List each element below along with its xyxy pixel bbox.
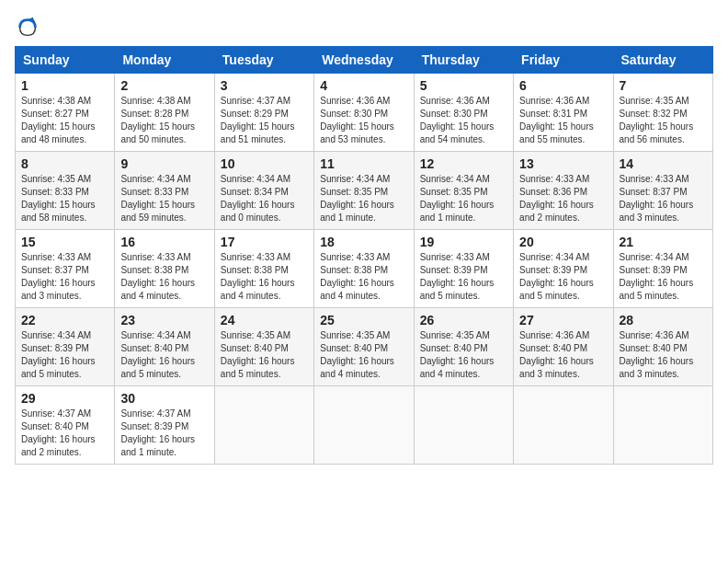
calendar-day-cell: 26Sunrise: 4:35 AM Sunset: 8:40 PM Dayli…: [414, 308, 513, 386]
day-info: Sunrise: 4:33 AM Sunset: 8:38 PM Dayligh…: [120, 251, 208, 303]
calendar-day-cell: 20Sunrise: 4:34 AM Sunset: 8:39 PM Dayli…: [514, 230, 613, 308]
day-number: 15: [21, 235, 108, 249]
day-number: 12: [420, 156, 507, 171]
calendar-day-cell: 30Sunrise: 4:37 AM Sunset: 8:39 PM Dayli…: [115, 386, 214, 465]
day-number: 3: [221, 78, 308, 93]
day-info: Sunrise: 4:36 AM Sunset: 8:30 PM Dayligh…: [320, 95, 407, 146]
day-number: 11: [320, 156, 407, 171]
day-info: Sunrise: 4:33 AM Sunset: 8:38 PM Dayligh…: [320, 251, 407, 303]
day-info: Sunrise: 4:35 AM Sunset: 8:40 PM Dayligh…: [221, 329, 308, 381]
day-info: Sunrise: 4:36 AM Sunset: 8:30 PM Dayligh…: [420, 95, 507, 146]
day-info: Sunrise: 4:35 AM Sunset: 8:40 PM Dayligh…: [320, 329, 407, 381]
empty-cell: [414, 386, 513, 465]
day-number: 21: [620, 235, 707, 249]
calendar-day-cell: 24Sunrise: 4:35 AM Sunset: 8:40 PM Dayli…: [214, 308, 313, 386]
weekday-header-thursday: Thursday: [414, 47, 513, 74]
day-info: Sunrise: 4:36 AM Sunset: 8:31 PM Dayligh…: [519, 95, 607, 146]
day-number: 25: [320, 313, 407, 327]
day-info: Sunrise: 4:33 AM Sunset: 8:38 PM Dayligh…: [221, 251, 308, 303]
calendar-day-cell: 16Sunrise: 4:33 AM Sunset: 8:38 PM Dayli…: [115, 230, 214, 308]
day-number: 6: [519, 78, 607, 93]
day-info: Sunrise: 4:38 AM Sunset: 8:28 PM Dayligh…: [120, 95, 208, 146]
calendar-week-row: 29Sunrise: 4:37 AM Sunset: 8:40 PM Dayli…: [16, 386, 713, 465]
weekday-header-sunday: Sunday: [16, 47, 115, 74]
day-number: 28: [620, 313, 707, 327]
calendar-week-row: 8Sunrise: 4:35 AM Sunset: 8:33 PM Daylig…: [16, 152, 713, 230]
header: [15, 15, 713, 40]
calendar-day-cell: 27Sunrise: 4:36 AM Sunset: 8:40 PM Dayli…: [514, 308, 613, 386]
day-number: 26: [420, 313, 507, 327]
day-number: 7: [620, 78, 707, 93]
calendar-day-cell: 7Sunrise: 4:35 AM Sunset: 8:32 PM Daylig…: [613, 74, 712, 152]
calendar-day-cell: 13Sunrise: 4:33 AM Sunset: 8:36 PM Dayli…: [514, 152, 613, 230]
calendar-week-row: 1Sunrise: 4:38 AM Sunset: 8:27 PM Daylig…: [16, 74, 713, 152]
day-number: 4: [320, 78, 407, 93]
day-number: 27: [519, 313, 607, 327]
weekday-header-tuesday: Tuesday: [214, 47, 313, 74]
day-info: Sunrise: 4:35 AM Sunset: 8:40 PM Dayligh…: [420, 329, 507, 381]
general-blue-logo-icon: [15, 15, 40, 40]
weekday-header-saturday: Saturday: [613, 47, 712, 74]
calendar-week-row: 22Sunrise: 4:34 AM Sunset: 8:39 PM Dayli…: [16, 308, 713, 386]
day-info: Sunrise: 4:35 AM Sunset: 8:33 PM Dayligh…: [21, 173, 108, 224]
day-info: Sunrise: 4:33 AM Sunset: 8:39 PM Dayligh…: [420, 251, 507, 303]
day-info: Sunrise: 4:34 AM Sunset: 8:39 PM Dayligh…: [620, 251, 707, 303]
calendar-day-cell: 8Sunrise: 4:35 AM Sunset: 8:33 PM Daylig…: [16, 152, 115, 230]
day-number: 18: [320, 235, 407, 249]
calendar-day-cell: 14Sunrise: 4:33 AM Sunset: 8:37 PM Dayli…: [613, 152, 712, 230]
day-number: 16: [120, 235, 208, 249]
weekday-header-wednesday: Wednesday: [314, 47, 414, 74]
calendar-day-cell: 23Sunrise: 4:34 AM Sunset: 8:40 PM Dayli…: [115, 308, 214, 386]
calendar-day-cell: 18Sunrise: 4:33 AM Sunset: 8:38 PM Dayli…: [314, 230, 414, 308]
day-info: Sunrise: 4:33 AM Sunset: 8:36 PM Dayligh…: [519, 173, 607, 224]
weekday-header-friday: Friday: [514, 47, 613, 74]
day-number: 2: [120, 78, 208, 93]
day-info: Sunrise: 4:37 AM Sunset: 8:39 PM Dayligh…: [120, 408, 208, 459]
calendar-day-cell: 17Sunrise: 4:33 AM Sunset: 8:38 PM Dayli…: [214, 230, 313, 308]
day-info: Sunrise: 4:34 AM Sunset: 8:39 PM Dayligh…: [21, 329, 108, 381]
calendar-day-cell: 4Sunrise: 4:36 AM Sunset: 8:30 PM Daylig…: [314, 74, 414, 152]
day-info: Sunrise: 4:36 AM Sunset: 8:40 PM Dayligh…: [519, 329, 607, 381]
empty-cell: [214, 386, 313, 465]
calendar-day-cell: 6Sunrise: 4:36 AM Sunset: 8:31 PM Daylig…: [514, 74, 613, 152]
calendar-day-cell: 29Sunrise: 4:37 AM Sunset: 8:40 PM Dayli…: [16, 386, 115, 465]
day-info: Sunrise: 4:33 AM Sunset: 8:37 PM Dayligh…: [21, 251, 108, 303]
calendar-week-row: 15Sunrise: 4:33 AM Sunset: 8:37 PM Dayli…: [16, 230, 713, 308]
day-number: 22: [21, 313, 108, 327]
calendar-day-cell: 9Sunrise: 4:34 AM Sunset: 8:33 PM Daylig…: [115, 152, 214, 230]
day-number: 29: [21, 391, 108, 406]
calendar-day-cell: 11Sunrise: 4:34 AM Sunset: 8:35 PM Dayli…: [314, 152, 414, 230]
empty-cell: [514, 386, 613, 465]
empty-cell: [314, 386, 414, 465]
calendar-day-cell: 10Sunrise: 4:34 AM Sunset: 8:34 PM Dayli…: [214, 152, 313, 230]
logo: [15, 15, 40, 40]
day-number: 13: [519, 156, 607, 171]
day-info: Sunrise: 4:34 AM Sunset: 8:35 PM Dayligh…: [320, 173, 407, 224]
day-number: 19: [420, 235, 507, 249]
day-number: 9: [120, 156, 208, 171]
day-number: 20: [519, 235, 607, 249]
calendar-day-cell: 2Sunrise: 4:38 AM Sunset: 8:28 PM Daylig…: [115, 74, 214, 152]
day-number: 17: [221, 235, 308, 249]
day-number: 5: [420, 78, 507, 93]
day-info: Sunrise: 4:33 AM Sunset: 8:37 PM Dayligh…: [620, 173, 707, 224]
calendar-day-cell: 15Sunrise: 4:33 AM Sunset: 8:37 PM Dayli…: [16, 230, 115, 308]
calendar-day-cell: 25Sunrise: 4:35 AM Sunset: 8:40 PM Dayli…: [314, 308, 414, 386]
calendar-header-row: SundayMondayTuesdayWednesdayThursdayFrid…: [16, 47, 713, 74]
day-number: 10: [221, 156, 308, 171]
day-info: Sunrise: 4:36 AM Sunset: 8:40 PM Dayligh…: [620, 329, 707, 381]
calendar-day-cell: 3Sunrise: 4:37 AM Sunset: 8:29 PM Daylig…: [214, 74, 313, 152]
day-number: 23: [120, 313, 208, 327]
calendar-table: SundayMondayTuesdayWednesdayThursdayFrid…: [15, 46, 713, 465]
day-info: Sunrise: 4:34 AM Sunset: 8:40 PM Dayligh…: [120, 329, 208, 381]
day-info: Sunrise: 4:35 AM Sunset: 8:32 PM Dayligh…: [620, 95, 707, 146]
calendar-day-cell: 22Sunrise: 4:34 AM Sunset: 8:39 PM Dayli…: [16, 308, 115, 386]
calendar-day-cell: 21Sunrise: 4:34 AM Sunset: 8:39 PM Dayli…: [613, 230, 712, 308]
calendar-day-cell: 12Sunrise: 4:34 AM Sunset: 8:35 PM Dayli…: [414, 152, 513, 230]
day-info: Sunrise: 4:34 AM Sunset: 8:34 PM Dayligh…: [221, 173, 308, 224]
day-info: Sunrise: 4:38 AM Sunset: 8:27 PM Dayligh…: [21, 95, 108, 146]
day-info: Sunrise: 4:37 AM Sunset: 8:29 PM Dayligh…: [221, 95, 308, 146]
day-number: 8: [21, 156, 108, 171]
calendar-day-cell: 28Sunrise: 4:36 AM Sunset: 8:40 PM Dayli…: [613, 308, 712, 386]
day-number: 24: [221, 313, 308, 327]
